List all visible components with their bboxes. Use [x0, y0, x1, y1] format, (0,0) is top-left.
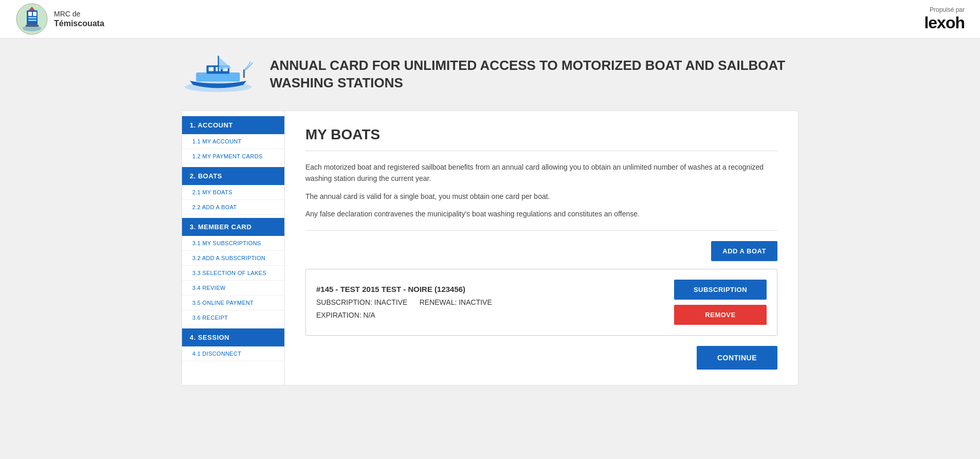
logo-text: MRC de Témiscouata	[54, 9, 104, 29]
sidebar-item-my-boats[interactable]: 2.1 MY BOATS	[182, 185, 284, 200]
sidebar-item-selection-of-lakes[interactable]: 3.3 SELECTION OF LAKES	[182, 266, 284, 281]
sidebar-item-online-payment[interactable]: 3.5 ONLINE PAYMENT	[182, 296, 284, 310]
continue-button[interactable]: CONTINUE	[697, 346, 777, 370]
powered-by-label: Propulsé par	[924, 6, 965, 13]
sidebar-item-my-account[interactable]: 1.1 MY ACCOUNT	[182, 134, 284, 149]
svg-rect-10	[196, 72, 240, 82]
sidebar-item-receipt[interactable]: 3.6 RECEIPT	[182, 310, 284, 325]
sidebar-item-my-payment-cards[interactable]: 1.2 MY PAYMENT CARDS	[182, 149, 284, 164]
section-divider	[305, 151, 777, 151]
boat-title: #145 - TEST 2015 TEST - NOIRE (123456)	[316, 282, 492, 296]
svg-rect-3	[33, 12, 37, 16]
brand-name: lexoh	[924, 13, 965, 32]
boat-info: #145 - TEST 2015 TEST - NOIRE (123456) S…	[316, 282, 492, 322]
svg-rect-15	[218, 56, 219, 74]
sidebar-item-disconnect[interactable]: 4.1 DISCONNECT	[182, 346, 284, 361]
main-content-area: MY BOATS Each motorized boat and registe…	[285, 111, 798, 385]
logo-icon	[15, 3, 49, 36]
sidebar-item-review[interactable]: 3.4 REVIEW	[182, 281, 284, 296]
boat-card: #145 - TEST 2015 TEST - NOIRE (123456) S…	[305, 269, 777, 336]
page-content: ANNUAL CARD FOR UNLIMITED ACCESS TO MOTO…	[166, 39, 814, 396]
sidebar-item-add-a-boat[interactable]: 2.2 ADD A BOAT	[182, 200, 284, 215]
svg-point-8	[23, 25, 41, 31]
description-1: Each motorized boat and registered sailb…	[305, 161, 777, 185]
description-2: The annual card is valid for a single bo…	[305, 191, 777, 202]
sidebar-section-account[interactable]: 1. ACCOUNT	[182, 116, 284, 134]
svg-rect-2	[28, 12, 32, 16]
description-3: Any false declaration contravenes the mu…	[305, 208, 777, 219]
sidebar: 1. ACCOUNT 1.1 MY ACCOUNT 1.2 MY PAYMENT…	[182, 111, 285, 385]
sidebar-item-add-a-subscription[interactable]: 3.2 ADD A SUBSCRIPTION	[182, 251, 284, 266]
main-layout: 1. ACCOUNT 1.1 MY ACCOUNT 1.2 MY PAYMENT…	[182, 111, 798, 385]
continue-row: CONTINUE	[305, 346, 777, 370]
boat-actions: SUBSCRIPTION REMOVE	[674, 280, 767, 325]
sidebar-section-member-card[interactable]: 3. MEMBER CARD	[182, 218, 284, 236]
header: MRC de Témiscouata Propulsé par lexoh	[0, 0, 980, 39]
powered-by-area: Propulsé par lexoh	[924, 6, 965, 32]
boat-expiration: EXPIRATION: N/A	[316, 309, 492, 322]
hero-section: ANNUAL CARD FOR UNLIMITED ACCESS TO MOTO…	[182, 49, 798, 100]
boat-illustration	[182, 49, 255, 100]
sidebar-section-boats[interactable]: 2. BOATS	[182, 167, 284, 185]
sidebar-section-session[interactable]: 4. SESSION	[182, 328, 284, 346]
subscription-button[interactable]: SUBSCRIPTION	[674, 280, 767, 300]
svg-rect-17	[243, 69, 245, 78]
logo-area: MRC de Témiscouata	[15, 3, 104, 36]
add-boat-row: ADD A BOAT	[305, 230, 777, 261]
add-boat-button[interactable]: ADD A BOAT	[711, 241, 777, 261]
svg-rect-12	[209, 67, 214, 71]
remove-button[interactable]: REMOVE	[674, 305, 767, 325]
svg-rect-4	[28, 17, 37, 19]
svg-rect-5	[28, 20, 37, 21]
page-title: MY BOATS	[305, 126, 777, 143]
hero-title: ANNUAL CARD FOR UNLIMITED ACCESS TO MOTO…	[270, 57, 798, 92]
boat-subscription-status: SUBSCRIPTION: INACTIVE RENEWAL: INACTIVE	[316, 296, 492, 309]
sidebar-item-my-subscriptions[interactable]: 3.1 MY SUBSCRIPTIONS	[182, 236, 284, 251]
svg-marker-16	[219, 57, 231, 69]
